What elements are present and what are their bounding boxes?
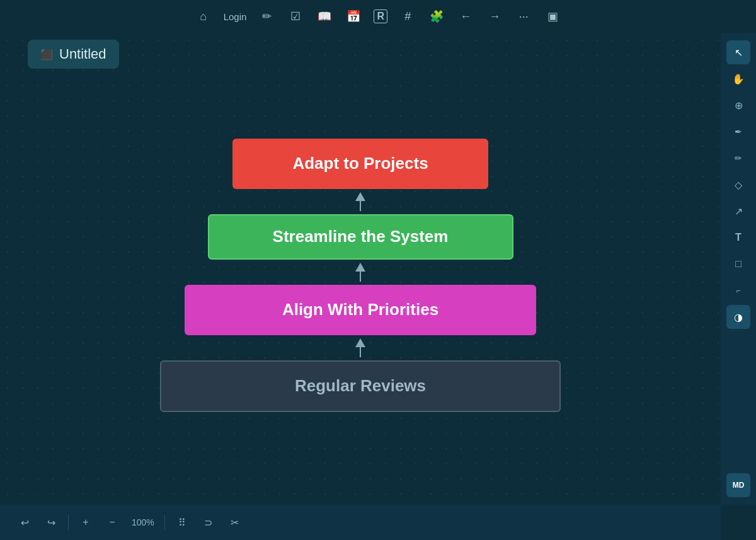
highlight-tool[interactable]: ✏ — [726, 146, 750, 170]
right-toolbar: ↖ ✋ ⊕ ✒ ✏ ◇ ↗ T □ ⌐ ◑ MD — [721, 33, 756, 505]
arrow-3 — [355, 335, 365, 360]
pen-tool[interactable]: ✒ — [726, 120, 750, 144]
more-icon[interactable]: ··· — [515, 8, 532, 25]
edit-icon[interactable]: ✏ — [258, 8, 275, 25]
shape-tool[interactable]: □ — [726, 252, 750, 276]
zoom-out-button[interactable]: − — [100, 510, 124, 534]
md-tool[interactable]: MD — [726, 473, 750, 497]
arrow-tool[interactable]: ↗ — [726, 199, 750, 223]
book-icon[interactable]: 📖 — [316, 8, 333, 25]
document-icon: ⬛ — [40, 49, 53, 60]
redo-button[interactable]: ↪ — [39, 510, 63, 534]
zoom-in-button[interactable]: + — [74, 510, 98, 534]
zoom-level-display: 100% — [127, 517, 159, 527]
node-adapt[interactable]: Adapt to Projects — [232, 139, 488, 189]
scissors-button[interactable]: ✂ — [223, 510, 247, 534]
grid-button[interactable]: ⠿ — [170, 510, 194, 534]
undo-button[interactable]: ↩ — [13, 510, 37, 534]
top-toolbar: ⌂ Login ✏ ☑ 📖 📅 R # 🧩 ← → ··· ▣ — [0, 0, 756, 33]
sidebar-icon[interactable]: ▣ — [544, 8, 561, 25]
cursor-tool[interactable]: ↖ — [726, 40, 750, 64]
calendar-icon[interactable]: 📅 — [345, 8, 362, 25]
flowchart: Adapt to Projects Streamline the System … — [160, 139, 561, 412]
login-button[interactable]: Login — [224, 11, 247, 22]
bottom-toolbar: ↩ ↪ + − 100% ⠿ ⊃ ✂ — [0, 505, 721, 540]
zoom-tool[interactable]: ⊕ — [726, 93, 750, 117]
node-reviews-label: Regular Reviews — [295, 376, 426, 396]
node-streamline-label: Streamline the System — [273, 227, 449, 246]
eraser-tool[interactable]: ◇ — [726, 173, 750, 197]
arrow-1 — [355, 189, 365, 214]
canvas-area: Adapt to Projects Streamline the System … — [0, 33, 721, 505]
home-icon[interactable]: ⌂ — [195, 8, 212, 25]
node-align[interactable]: Align With Priorities — [185, 285, 536, 335]
text-tool[interactable]: T — [726, 226, 750, 250]
toolbar-divider-1 — [68, 515, 69, 530]
node-align-label: Align With Priorities — [282, 300, 438, 319]
back-icon[interactable]: ← — [457, 8, 474, 25]
check-icon[interactable]: ☑ — [287, 8, 304, 25]
frame-tool[interactable]: ⌐ — [726, 279, 750, 302]
link-button[interactable]: ⊃ — [197, 510, 220, 534]
toolbar-divider-2 — [164, 515, 165, 530]
node-reviews[interactable]: Regular Reviews — [160, 360, 561, 412]
untitled-badge[interactable]: ⬛ Untitled — [28, 40, 119, 69]
puzzle-icon[interactable]: 🧩 — [428, 8, 445, 25]
hash-icon[interactable]: # — [399, 8, 416, 25]
arrow-2 — [355, 260, 365, 285]
node-adapt-label: Adapt to Projects — [292, 154, 428, 173]
document-title: Untitled — [59, 46, 106, 62]
palette-tool[interactable]: ◑ — [726, 305, 750, 329]
node-streamline[interactable]: Streamline the System — [208, 214, 513, 260]
r-icon[interactable]: R — [374, 9, 387, 23]
forward-icon[interactable]: → — [486, 8, 503, 25]
hand-tool[interactable]: ✋ — [726, 67, 750, 91]
